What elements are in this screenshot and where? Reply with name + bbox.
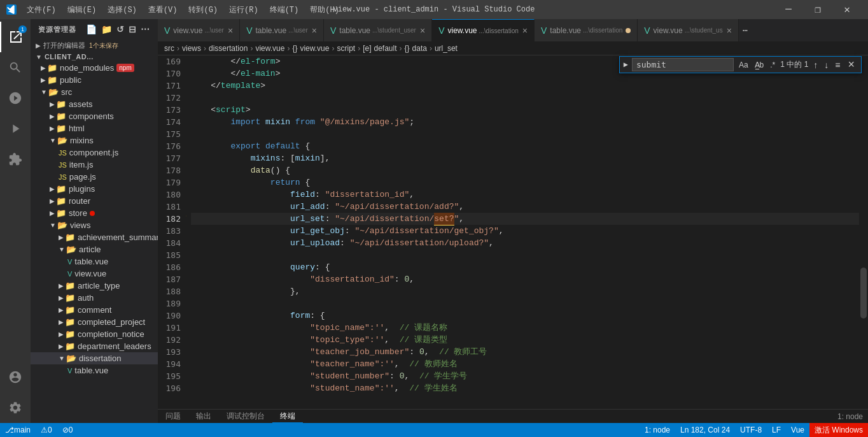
tab-table-dissertation[interactable]: V table.vue ...\dissertation — [535, 19, 638, 41]
find-select-all-button[interactable]: ≡ — [832, 59, 843, 71]
code-line-181[interactable]: url_add: "~/api/dissertation/add?", — [191, 201, 859, 213]
tree-item-page-js[interactable]: JS page.js — [31, 171, 158, 183]
code-line-195[interactable]: "student_number": 0, // 学生学号 — [191, 370, 859, 382]
code-line-174[interactable]: import mixin from "@/mixins/page.js"; — [191, 116, 859, 128]
tree-item-public[interactable]: ▶ 📁 public — [31, 74, 158, 86]
tree-item-completion[interactable]: ▶ 📁 completion_notice — [31, 328, 158, 340]
panel-tab-terminal[interactable]: 终端 — [272, 410, 303, 423]
tree-item-plugins[interactable]: ▶ 📁 plugins — [31, 183, 158, 195]
code-line-189[interactable] — [191, 297, 859, 310]
tree-item-dissertation[interactable]: ▼ 📂 dissertation — [31, 352, 158, 364]
tree-item-article-table[interactable]: V table.vue — [31, 255, 158, 268]
breadcrumb-file2[interactable]: view.vue — [300, 44, 329, 53]
vertical-scrollbar[interactable] — [859, 55, 868, 409]
find-prev-button[interactable]: ↑ — [811, 59, 820, 71]
code-line-185[interactable] — [191, 249, 859, 261]
tab-close-icon[interactable]: × — [727, 26, 732, 35]
menu-view[interactable]: 查看(V) — [143, 2, 183, 18]
activate-windows[interactable]: 激活 Windows — [809, 423, 868, 437]
tree-item-mixins[interactable]: ▼ 📂 mixins — [31, 134, 158, 147]
tree-item-component-js[interactable]: JS component.js — [31, 147, 158, 159]
git-activity-icon[interactable] — [0, 83, 31, 113]
breadcrumb-brace[interactable]: {} — [405, 44, 410, 53]
cursor-position[interactable]: Ln 182, Col 24 — [675, 423, 735, 437]
tree-item-assets[interactable]: ▶ 📁 assets — [31, 98, 158, 110]
minimize-button[interactable]: ─ — [774, 0, 803, 19]
tree-item-auth[interactable]: ▶ 📁 auth — [31, 292, 158, 304]
tabs-overflow-button[interactable]: ⋯ — [739, 19, 752, 41]
new-folder-icon[interactable]: 📁 — [101, 24, 113, 34]
code-line-192[interactable]: "topic_type":'', // 课题类型 — [191, 334, 859, 346]
breadcrumb-url-set[interactable]: url_set — [435, 44, 458, 53]
tree-item-components[interactable]: ▶ 📁 components — [31, 110, 158, 122]
run-activity-icon[interactable] — [0, 113, 31, 144]
code-line-171[interactable]: </template> — [191, 80, 859, 92]
root-section[interactable]: ▼ CLIENT_AD... — [31, 52, 158, 62]
code-line-182[interactable]: 💡 url_set: "~/api/dissertation/set?", — [191, 213, 859, 225]
breadcrumb-dissertation[interactable]: dissertation — [209, 44, 248, 53]
match-case-button[interactable]: Aa — [736, 59, 751, 71]
extensions-activity-icon[interactable] — [0, 144, 31, 175]
tab-close-icon[interactable]: × — [420, 26, 425, 35]
search-expand-icon[interactable]: ▶ — [624, 60, 628, 69]
tree-item-article-type[interactable]: ▶ 📁 article_type — [31, 280, 158, 292]
tree-item-dept-leaders[interactable]: ▶ 📁 department_leaders — [31, 340, 158, 352]
find-input[interactable] — [632, 58, 734, 71]
find-next-button[interactable]: ↓ — [822, 59, 831, 71]
code-line-187[interactable]: "dissertation_id": 0, — [191, 273, 859, 285]
explorer-activity-icon[interactable]: 1 — [0, 22, 31, 52]
find-close-button[interactable]: × — [845, 58, 857, 71]
code-line-179[interactable]: return { — [191, 176, 859, 189]
refresh-icon[interactable]: ↺ — [116, 24, 125, 34]
breadcrumb-file[interactable]: view.vue — [255, 44, 284, 53]
code-line-178[interactable]: data() { — [191, 164, 859, 176]
eol-status[interactable]: LF — [767, 423, 786, 437]
code-line-177[interactable]: mixins: [mixin], — [191, 152, 859, 164]
tree-item-item-js[interactable]: JS item.js — [31, 159, 158, 171]
collapse-icon[interactable]: ⊟ — [129, 24, 137, 34]
terminal-status[interactable]: 1: node — [640, 423, 675, 437]
account-activity-icon[interactable] — [0, 362, 31, 392]
tree-item-html[interactable]: ▶ 📁 html — [31, 122, 158, 134]
new-file-icon[interactable]: 📄 — [86, 24, 97, 34]
panel-tab-output[interactable]: 输出 — [188, 410, 219, 423]
encoding-status[interactable]: UTF-8 — [735, 423, 767, 437]
code-line-184[interactable]: url_upload: "~/api/dissertation/upload?"… — [191, 237, 859, 249]
errors-status[interactable]: ⚠ 0 — [36, 423, 57, 437]
menu-edit[interactable]: 编辑(E) — [62, 2, 102, 18]
tree-item-views[interactable]: ▼ 📂 views — [31, 219, 158, 231]
tree-item-router[interactable]: ▶ 📁 router — [31, 195, 158, 207]
breadcrumb-script[interactable]: script — [337, 44, 355, 53]
tree-item-store[interactable]: ▶ 📁 store — [31, 207, 158, 219]
tab-close-icon[interactable]: × — [522, 26, 528, 35]
breadcrumb-data[interactable]: data — [412, 44, 427, 53]
tab-view-student[interactable]: V view.vue ...\student_us × — [638, 19, 739, 41]
scrollbar-thumb[interactable] — [860, 268, 867, 319]
menu-file[interactable]: 文件(F) — [22, 2, 61, 18]
tree-item-dissertation-table[interactable]: V table.vue — [31, 364, 158, 376]
menu-terminal[interactable]: 终端(T) — [265, 2, 304, 18]
warnings-status[interactable]: ⊘ 0 — [57, 423, 78, 437]
code-line-194[interactable]: "teacher_name":'', // 教师姓名 — [191, 358, 859, 370]
breadcrumb-template[interactable]: {} — [292, 44, 297, 53]
tree-item-article[interactable]: ▼ 📂 article — [31, 243, 158, 255]
git-branch-status[interactable]: ⎇ main — [0, 423, 36, 437]
code-line-176[interactable]: export default { — [191, 140, 859, 152]
code-line-172[interactable] — [191, 92, 859, 104]
code-line-186[interactable]: query: { — [191, 261, 859, 273]
code-line-183[interactable]: url_get_obj: "~/api/dissertation/get_obj… — [191, 225, 859, 237]
tree-item-article-view[interactable]: V view.vue — [31, 268, 158, 280]
maximize-button[interactable]: ❐ — [803, 0, 832, 19]
code-line-196[interactable]: "student_name":'', // 学生姓名 — [191, 382, 859, 394]
breadcrumb-src[interactable]: src — [164, 44, 174, 53]
breadcrumb-default[interactable]: default — [374, 44, 396, 53]
tab-close-icon[interactable]: × — [312, 26, 317, 35]
whole-word-button[interactable]: A̲b — [752, 59, 767, 71]
breadcrumb-views[interactable]: views — [182, 44, 201, 53]
more-icon[interactable]: ⋯ — [141, 24, 150, 34]
tree-item-achievement[interactable]: ▶ 📁 achievement_summary — [31, 231, 158, 243]
menu-goto[interactable]: 转到(G) — [183, 2, 223, 18]
language-status[interactable]: Vue — [786, 423, 809, 437]
lightbulb-icon[interactable]: 💡 — [186, 213, 188, 225]
panel-tab-problems[interactable]: 问题 — [158, 410, 188, 423]
